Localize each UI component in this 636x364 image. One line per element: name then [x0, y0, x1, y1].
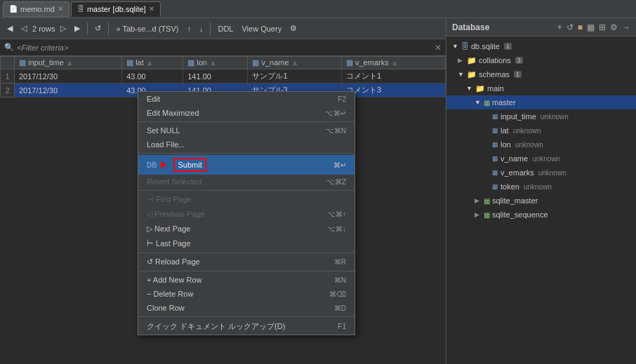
sort-desc-btn[interactable]: ↓ — [197, 23, 206, 34]
sort-asc-btn[interactable]: ↑ — [184, 23, 194, 34]
tree-col-vname[interactable]: ▦ v_name unknown — [446, 151, 636, 166]
tree-main[interactable]: ▼ 📁 main — [446, 81, 636, 95]
tab-memo-close[interactable]: ✕ — [58, 5, 63, 13]
menu-add-row[interactable]: + Add New Row ⌘N — [138, 273, 355, 287]
tree-collations-icon: 📁 — [467, 56, 477, 65]
col-vname[interactable]: ▦v_name ▲ — [248, 57, 342, 69]
menu-revert[interactable]: Revert Selected ⌥⌘Z — [138, 175, 355, 189]
col-lat[interactable]: ▦lat ▲ — [122, 57, 183, 69]
db-plus-icon[interactable]: + — [557, 22, 562, 32]
menu-first-page[interactable]: ⊣ First Page — [138, 192, 355, 207]
tree-col-vemarks[interactable]: ▦ v_emarks unknown — [446, 166, 636, 180]
table-row[interactable]: 1 2017/12/30 43.00 141.00 サンプル1 コメント1 — [1, 69, 446, 83]
sep1 — [87, 22, 88, 35]
tree-container: ▼ 🗄 db.sqlite 1 ▶ 📁 collations 3 ▼ 📁 sch… — [446, 36, 636, 364]
row-1-lat: 43.00 — [122, 69, 183, 83]
tab-master-close[interactable]: ✕ — [149, 5, 154, 13]
tree-sqlite-master-icon: ▦ — [484, 197, 490, 205]
tree-col-lon-label: lon — [501, 140, 511, 149]
tree-col-icon: ▦ — [492, 113, 498, 120]
tree-col-vname-icon: ▦ — [492, 155, 498, 162]
db-table-icon[interactable]: ⊞ — [599, 22, 606, 32]
tree-col-vemarks-icon: ▦ — [492, 169, 498, 176]
tab-bar: 📄 memo.md ✕ 🗄 master [db.sqlite] ✕ — [0, 0, 636, 18]
tab-tsv-btn[interactable]: » Tab-se...d (TSV) — [113, 23, 181, 34]
menu-submit[interactable]: DB Submit ⌘↵ — [138, 155, 355, 175]
col-rownum — [1, 57, 15, 69]
tab-master[interactable]: 🗄 master [db.sqlite] ✕ — [71, 1, 161, 17]
db-refresh-icon[interactable]: ↺ — [567, 22, 574, 32]
menu-edit-max[interactable]: Edit Maximized ⌥⌘↵ — [138, 106, 355, 120]
nav-prev-btn[interactable]: ◁ — [18, 22, 29, 34]
row-2-vemarks: コメント3 — [342, 83, 446, 97]
arrow-indicator — [161, 161, 166, 168]
menu-sep-5 — [138, 271, 355, 271]
db-arrow-icon[interactable]: → — [622, 22, 630, 32]
filter-icon: 🔍 — [4, 43, 14, 52]
tree-master-label: master — [492, 98, 516, 107]
db-stop-icon[interactable]: ■ — [578, 22, 583, 32]
tree-col-lat-icon: ▦ — [492, 127, 498, 134]
rows-count: 2 rows — [32, 25, 55, 33]
menu-edit[interactable]: Edit F2 — [138, 92, 355, 106]
menu-reload[interactable]: ↺ Reload Page ⌘R — [138, 255, 355, 269]
tree-col-label: input_time — [501, 112, 536, 121]
tree-col-token-icon: ▦ — [492, 183, 498, 190]
menu-sep-4 — [138, 252, 355, 253]
tree-col-token-type: unknown — [524, 183, 552, 191]
tree-sqlite-sequence[interactable]: ▶ ▦ sqlite_sequence — [446, 208, 636, 222]
ddl-btn[interactable]: DDL — [215, 23, 236, 34]
tree-col-vname-type: unknown — [532, 155, 560, 163]
col-vemarks[interactable]: ▦v_emarks ▲ — [342, 57, 446, 69]
menu-clone-row[interactable]: Clone Row ⌘D — [138, 301, 355, 315]
menu-next-page[interactable]: ▷ Next Page ⌥⌘↓ — [138, 222, 355, 236]
menu-load-file[interactable]: Load File... — [138, 137, 355, 151]
main-layout: ◀ ◁ 2 rows ▷ ▶ ↺ » Tab-se...d (TSV) ↑ ↓ … — [0, 18, 636, 364]
menu-quick-doc[interactable]: クイック ドキュメント ルックアップ(D) F1 — [138, 318, 355, 335]
tree-db-root[interactable]: ▼ 🗄 db.sqlite 1 — [446, 39, 636, 53]
tree-sqlite-seq-icon: ▦ — [484, 211, 490, 219]
tree-master[interactable]: ▼ ▦ master — [446, 95, 636, 109]
memo-icon: 📄 — [9, 5, 18, 13]
filter-placeholder: <Filter criteria> — [17, 43, 68, 52]
db-settings-icon[interactable]: ⚙ — [610, 22, 618, 32]
tree-col-lat[interactable]: ▦ lat unknown — [446, 123, 636, 137]
view-query-btn[interactable]: View Query — [239, 23, 284, 34]
menu-sep-6 — [138, 316, 355, 317]
tree-arrow-schemas: ▼ — [458, 71, 465, 78]
tab-master-label: master [db.sqlite] — [87, 5, 146, 13]
tree-col-vemarks-type: unknown — [538, 169, 567, 177]
tab-memo[interactable]: 📄 memo.md ✕ — [3, 1, 69, 17]
nav-next-btn[interactable]: ▷ — [58, 22, 69, 34]
menu-prev-page[interactable]: ◁ Previous Page ⌥⌘↑ — [138, 207, 355, 222]
tree-col-lon-type: unknown — [515, 141, 543, 149]
db-header-icons: + ↺ ■ ▦ ⊞ ⚙ → — [557, 22, 630, 32]
refresh-btn[interactable]: ↺ — [92, 22, 104, 34]
tree-schemas[interactable]: ▼ 📁 schemas 1 — [446, 67, 636, 81]
tree-sqlite-master[interactable]: ▶ ▦ sqlite_master — [446, 194, 636, 208]
tree-col-lon[interactable]: ▦ lon unknown — [446, 137, 636, 151]
menu-delete-row[interactable]: − Delete Row ⌘⌫ — [138, 287, 355, 301]
settings-btn[interactable]: ⚙ — [287, 22, 300, 34]
nav-last-btn[interactable]: ▶ — [72, 22, 83, 34]
menu-last-page[interactable]: ⊢ Last Page — [138, 236, 355, 251]
filter-close-btn[interactable]: ✕ — [435, 43, 442, 53]
tree-col-token-label: token — [501, 182, 519, 191]
tree-arrow-master: ▼ — [475, 99, 482, 106]
col-lon[interactable]: ▦lon ▲ — [183, 57, 248, 69]
tree-col-token[interactable]: ▦ token unknown — [446, 180, 636, 194]
tree-collations[interactable]: ▶ 📁 collations 3 — [446, 53, 636, 67]
menu-set-null[interactable]: Set NULL ⌥⌘N — [138, 123, 355, 137]
nav-first-btn[interactable]: ◀ — [4, 22, 15, 34]
tree-sqlite-seq-label: sqlite_sequence — [492, 210, 548, 219]
right-panel: Database + ↺ ■ ▦ ⊞ ⚙ → ▼ 🗄 db.sqlite 1 ▶ — [446, 18, 636, 364]
tree-col-input-time[interactable]: ▦ input_time unknown — [446, 109, 636, 123]
toolbar: ◀ ◁ 2 rows ▷ ▶ ↺ » Tab-se...d (TSV) ↑ ↓ … — [0, 18, 446, 39]
db-grid-icon[interactable]: ▦ — [587, 22, 595, 32]
tree-col-lat-type: unknown — [513, 127, 541, 135]
menu-sep-1 — [138, 121, 355, 122]
col-input-time[interactable]: ▦input_time ▲ — [15, 57, 122, 69]
left-panel: ◀ ◁ 2 rows ▷ ▶ ↺ » Tab-se...d (TSV) ↑ ↓ … — [0, 18, 446, 364]
tree-arrow-main: ▼ — [466, 85, 473, 92]
tree-db-badge: 1 — [504, 43, 512, 50]
